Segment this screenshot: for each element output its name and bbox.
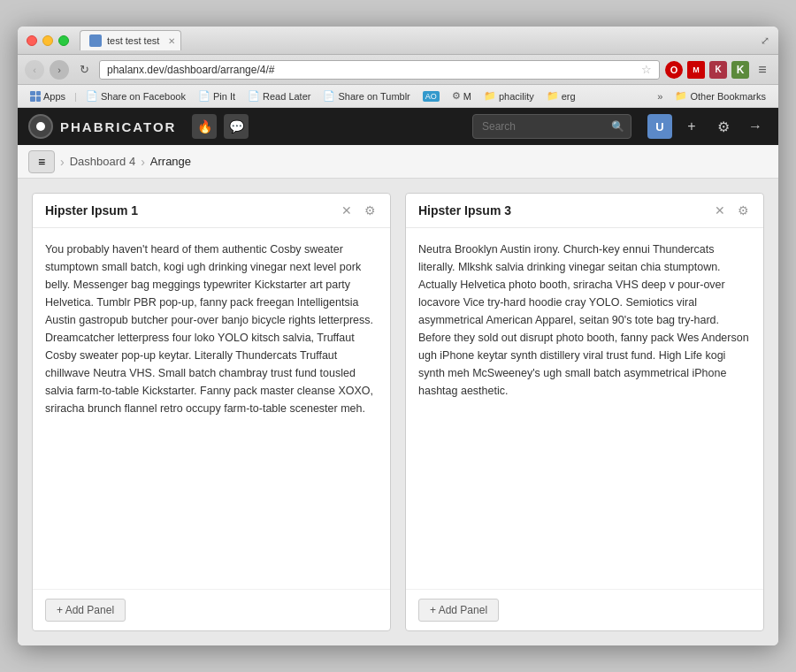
refresh-button[interactable]: ↻	[74, 60, 94, 80]
panel-text-1: You probably haven't heard of them authe…	[45, 241, 378, 417]
panel-card-1: Hipster Ipsum 1 ✕ ⚙ You probably haven't…	[32, 193, 391, 631]
tab-title: test test test	[107, 35, 159, 46]
tumblr-icon: 📄	[323, 90, 335, 102]
breadcrumb-separator-2: ›	[141, 155, 145, 169]
main-content: Hipster Ipsum 1 ✕ ⚙ You probably haven't…	[18, 179, 778, 645]
panel-header-1: Hipster Ipsum 1 ✕ ⚙	[33, 194, 390, 228]
bookmark-m[interactable]: ⚙ M	[447, 88, 477, 103]
m-icon: ⚙	[452, 90, 461, 102]
bookmark-pinit-label: Pin It	[213, 91, 235, 102]
breadcrumb-bar: ≡ › Dashboard 4 › Arrange	[18, 145, 778, 179]
pinit-icon: 📄	[198, 90, 210, 102]
k-extension-icon[interactable]: K	[731, 61, 749, 79]
settings-button[interactable]: ⚙	[711, 114, 736, 139]
minimize-traffic-light[interactable]	[42, 35, 53, 46]
bookmark-separator: |	[74, 91, 77, 102]
add-panel-label-2: + Add Panel	[430, 604, 487, 616]
panel-gear-icon-2[interactable]: ⚙	[735, 202, 751, 218]
bookmark-tumblr[interactable]: 📄 Share on Tumblr	[318, 88, 415, 103]
add-panel-label-1: + Add Panel	[57, 604, 114, 616]
gmail-icon[interactable]: M	[687, 61, 705, 79]
bookmark-facebook-label: Share on Facebook	[101, 91, 186, 102]
bookmark-erg[interactable]: 📁 erg	[541, 88, 581, 103]
bookmark-m-label: M	[463, 91, 471, 102]
bookmark-ao[interactable]: AO	[417, 89, 445, 103]
tab-favicon	[89, 34, 102, 47]
url-bar[interactable]: phalanx.dev/dashboard/arrange/4/# ☆	[99, 60, 660, 80]
breadcrumb-separator-1: ›	[60, 155, 65, 169]
bookmark-phacility[interactable]: 📁 phacility	[478, 88, 540, 103]
panel-body-1: You probably haven't heard of them authe…	[33, 228, 390, 589]
add-panel-button-2[interactable]: + Add Panel	[418, 599, 499, 622]
readlater-icon: 📄	[248, 90, 260, 102]
bookmark-star-icon[interactable]: ☆	[641, 63, 652, 76]
search-input[interactable]	[472, 114, 631, 139]
maximize-traffic-light[interactable]	[58, 35, 69, 46]
phacility-folder-icon: 📁	[484, 90, 496, 102]
browser-icons: O M K K ≡	[665, 61, 771, 79]
search-wrapper: 🔍	[472, 114, 631, 139]
bookmark-erg-label: erg	[562, 91, 576, 102]
bookmark-facebook[interactable]: 📄 Share on Facebook	[80, 88, 191, 103]
breadcrumb-home-button[interactable]: ≡	[28, 150, 55, 173]
home-icon: ≡	[38, 155, 45, 169]
logout-button[interactable]: →	[743, 114, 768, 139]
bookmark-apps[interactable]: Apps	[25, 89, 71, 103]
phabricator-eye-icon	[28, 114, 53, 139]
panel-gear-icon-1[interactable]: ⚙	[362, 202, 378, 218]
bookmark-other[interactable]: 📁 Other Bookmarks	[670, 88, 771, 103]
apps-grid-icon	[30, 91, 41, 102]
opera-icon[interactable]: O	[665, 61, 683, 79]
panel-close-icon-1[interactable]: ✕	[339, 202, 355, 218]
panel-footer-1: + Add Panel	[33, 589, 390, 630]
search-icon: 🔍	[611, 120, 624, 133]
phabricator-logo: PHABRICATOR	[28, 114, 176, 139]
close-traffic-light[interactable]	[27, 35, 37, 46]
bookmark-more[interactable]: »	[652, 89, 668, 103]
phabricator-title: PHABRICATOR	[60, 119, 176, 134]
panel-footer-2: + Add Panel	[406, 589, 763, 630]
panel-card-2: Hipster Ipsum 3 ✕ ⚙ Neutra Brooklyn Aust…	[405, 193, 764, 631]
phabricator-nav-icons: 🔥 💬	[192, 114, 249, 139]
bookmark-pinit[interactable]: 📄 Pin It	[193, 88, 241, 103]
browser-tab[interactable]: test test test ✕	[80, 30, 181, 50]
breadcrumb-dashboard[interactable]: Dashboard 4	[70, 155, 135, 168]
panel-header-2: Hipster Ipsum 3 ✕ ⚙	[406, 194, 763, 228]
browser-menu-button[interactable]: ≡	[754, 61, 771, 79]
user-area: U + ⚙ →	[647, 114, 768, 139]
panel-body-2: Neutra Brooklyn Austin irony. Church-key…	[406, 228, 763, 589]
add-panel-button-1[interactable]: + Add Panel	[45, 599, 126, 622]
ao-icon: AO	[423, 91, 440, 102]
bookmark-other-label: Other Bookmarks	[690, 91, 766, 102]
panel-title-1: Hipster Ipsum 1	[45, 203, 332, 218]
bookmarks-bar: Apps | 📄 Share on Facebook 📄 Pin It 📄 Re…	[18, 85, 778, 108]
bookmark-tumblr-label: Share on Tumblr	[338, 91, 409, 102]
panel-text-2: Neutra Brooklyn Austin irony. Church-key…	[418, 241, 751, 400]
chat-icon[interactable]: 💬	[224, 114, 249, 139]
panel-title-2: Hipster Ipsum 3	[418, 203, 705, 218]
phabricator-header: PHABRICATOR 🔥 💬 🔍 U + ⚙ →	[18, 108, 778, 145]
eye-pupil	[36, 122, 45, 131]
facebook-icon: 📄	[86, 90, 98, 102]
url-text: phalanx.dev/dashboard/arrange/4/#	[107, 64, 641, 76]
user-avatar[interactable]: U	[647, 114, 672, 139]
bookmark-readlater[interactable]: 📄 Read Later	[242, 88, 316, 103]
add-button[interactable]: +	[679, 114, 704, 139]
apps-label: Apps	[43, 91, 65, 102]
lastpass-icon[interactable]: K	[709, 61, 727, 79]
browser-window: test test test ✕ ⤢ ‹ › ↻ phalanx.dev/das…	[18, 27, 778, 645]
erg-folder-icon: 📁	[547, 90, 559, 102]
breadcrumb-arrange: Arrange	[150, 155, 191, 168]
back-button[interactable]: ‹	[25, 60, 44, 80]
flame-icon[interactable]: 🔥	[192, 114, 217, 139]
bookmark-phacility-label: phacility	[499, 91, 534, 102]
tab-close-icon[interactable]: ✕	[168, 36, 175, 46]
bookmark-readlater-label: Read Later	[263, 91, 310, 102]
forward-button[interactable]: ›	[50, 60, 69, 80]
traffic-lights	[27, 35, 69, 46]
panel-close-icon-2[interactable]: ✕	[712, 202, 728, 218]
address-bar: ‹ › ↻ phalanx.dev/dashboard/arrange/4/# …	[18, 55, 778, 85]
expand-icon[interactable]: ⤢	[761, 34, 769, 47]
other-folder-icon: 📁	[675, 90, 687, 102]
title-bar: test test test ✕ ⤢	[18, 27, 778, 55]
